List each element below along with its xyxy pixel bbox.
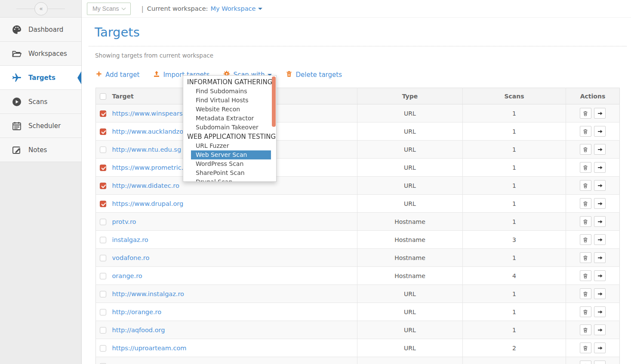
sidebar-collapse-button[interactable]: «	[34, 2, 48, 15]
target-link[interactable]: http://www.ntu.edu.sg	[112, 146, 182, 153]
target-scan-count	[463, 357, 566, 364]
open-target-button[interactable]	[594, 270, 606, 281]
row-checkbox[interactable]	[100, 219, 106, 225]
delete-target-row-button[interactable]	[580, 288, 591, 299]
table-row: https://www.winspears.co.uk URL 1	[96, 104, 620, 122]
table-row: http://orange.ro URL 1	[96, 303, 620, 321]
page-title: Targets	[95, 25, 631, 40]
open-target-button[interactable]	[594, 234, 606, 245]
open-target-button[interactable]	[594, 126, 606, 137]
target-link[interactable]: orange.ro	[112, 272, 142, 279]
row-checkbox[interactable]	[100, 201, 106, 207]
target-type: URL	[357, 104, 463, 122]
delete-target-row-button[interactable]	[580, 144, 591, 155]
open-target-button[interactable]	[594, 252, 606, 263]
my-scans-button[interactable]: My Scans	[87, 3, 131, 15]
target-link[interactable]: http://aqfood.org	[112, 327, 165, 333]
delete-target-row-button[interactable]	[580, 198, 591, 209]
delete-target-row-button[interactable]	[580, 306, 591, 317]
row-checkbox[interactable]	[100, 147, 106, 153]
add-target-button[interactable]: Add target	[95, 70, 139, 79]
upload-icon	[153, 70, 160, 79]
menu-item-find-subdomains[interactable]: Find Subdomains	[191, 87, 271, 96]
target-link[interactable]: vodafone.ro	[112, 254, 150, 261]
row-checkbox[interactable]	[100, 291, 106, 297]
target-link[interactable]: http://www.instalgaz.ro	[112, 291, 184, 297]
row-checkbox[interactable]	[100, 128, 106, 135]
menu-item-drupal-scan[interactable]: Drupal Scan	[191, 177, 271, 182]
target-type: URL	[357, 321, 463, 339]
row-checkbox[interactable]	[100, 237, 106, 243]
target-scan-count: 1	[463, 122, 566, 141]
open-target-button[interactable]	[594, 324, 606, 335]
menu-item-web-server-scan[interactable]: Web Server Scan	[191, 150, 271, 159]
open-target-button[interactable]	[594, 198, 606, 209]
row-checkbox[interactable]	[100, 345, 106, 352]
delete-target-row-button[interactable]	[580, 216, 591, 227]
delete-target-row-button[interactable]	[580, 270, 591, 281]
open-target-button[interactable]	[594, 306, 606, 317]
row-checkbox[interactable]	[100, 327, 106, 333]
delete-targets-label: Delete targets	[295, 71, 342, 79]
plus-icon	[95, 70, 102, 79]
open-target-button[interactable]	[594, 162, 606, 173]
delete-target-row-button[interactable]	[580, 252, 591, 263]
sidebar-item-workspaces[interactable]: Workspaces	[0, 42, 81, 66]
menu-item-subdomain-takeover[interactable]: Subdomain Takeover	[191, 123, 271, 132]
delete-target-row-button[interactable]	[580, 234, 591, 245]
table-row: protv.ro Hostname 1	[96, 213, 620, 231]
row-checkbox[interactable]	[100, 110, 106, 117]
menu-item-website-recon[interactable]: Website Recon	[191, 105, 271, 114]
dashboard-icon	[11, 24, 22, 35]
target-link[interactable]: http://www.didatec.ro	[112, 182, 179, 189]
open-target-button[interactable]	[594, 108, 606, 119]
select-all-checkbox[interactable]	[100, 93, 106, 100]
table-row: http://www.ntu.edu.sg URL 1	[96, 141, 620, 159]
target-type: Hostname	[357, 249, 463, 267]
delete-target-row-button[interactable]	[580, 324, 591, 335]
delete-target-row-button[interactable]	[580, 108, 591, 119]
target-link[interactable]: http://orange.ro	[112, 309, 162, 315]
sidebar-item-label: Workspaces	[28, 50, 67, 58]
target-link[interactable]: https://www.drupal.org	[112, 200, 184, 207]
workspace-selector[interactable]: My Workspace	[210, 5, 262, 12]
menu-scrollbar-thumb[interactable]	[272, 76, 276, 127]
menu-item-sharepoint-scan[interactable]: SharePoint Scan	[191, 168, 271, 177]
target-link[interactable]: instalgaz.ro	[112, 236, 148, 243]
delete-target-row-button[interactable]	[580, 162, 591, 173]
sidebar-item-scheduler[interactable]: Scheduler	[0, 114, 81, 138]
sidebar-item-targets[interactable]: Targets	[0, 66, 81, 90]
menu-item-find-virtual-hosts[interactable]: Find Virtual Hosts	[191, 96, 271, 105]
delete-target-row-button[interactable]	[580, 126, 591, 137]
row-checkbox[interactable]	[100, 309, 106, 315]
table-row: instalgaz.ro Hostname 3	[96, 231, 620, 249]
open-target-button[interactable]	[594, 216, 606, 227]
row-checkbox[interactable]	[100, 273, 106, 279]
open-target-button[interactable]	[594, 180, 606, 191]
menu-item-url-fuzzer[interactable]: URL Fuzzer	[191, 141, 271, 150]
delete-targets-button[interactable]: Delete targets	[286, 70, 342, 79]
column-header-scans: Scans	[463, 88, 566, 104]
sidebar-item-dashboard[interactable]: Dashboard	[0, 18, 81, 42]
target-type	[357, 357, 463, 364]
row-checkbox[interactable]	[100, 183, 106, 189]
sidebar-item-notes[interactable]: Notes	[0, 138, 81, 162]
open-target-button[interactable]	[594, 144, 606, 155]
delete-target-row-button[interactable]	[580, 361, 591, 364]
open-target-button[interactable]	[594, 343, 606, 353]
menu-item-metadata-extractor[interactable]: Metadata Extractor	[191, 114, 271, 123]
target-type: URL	[357, 141, 463, 159]
target-link[interactable]: protv.ro	[112, 218, 136, 225]
target-link[interactable]: https://uproarteam.com	[112, 345, 187, 352]
sidebar-item-scans[interactable]: Scans	[0, 90, 81, 114]
delete-target-row-button[interactable]	[580, 343, 591, 353]
row-checkbox[interactable]	[100, 255, 106, 261]
open-target-button[interactable]	[594, 288, 606, 299]
sidebar: « Dashboard Workspaces Targets Scans Sch…	[0, 0, 82, 364]
delete-target-row-button[interactable]	[580, 180, 591, 191]
chevron-down-icon	[122, 6, 126, 10]
row-checkbox[interactable]	[100, 165, 106, 171]
menu-item-wordpress-scan[interactable]: WordPress Scan	[191, 159, 271, 168]
open-target-button[interactable]	[594, 361, 606, 364]
caret-down-icon	[258, 8, 262, 10]
